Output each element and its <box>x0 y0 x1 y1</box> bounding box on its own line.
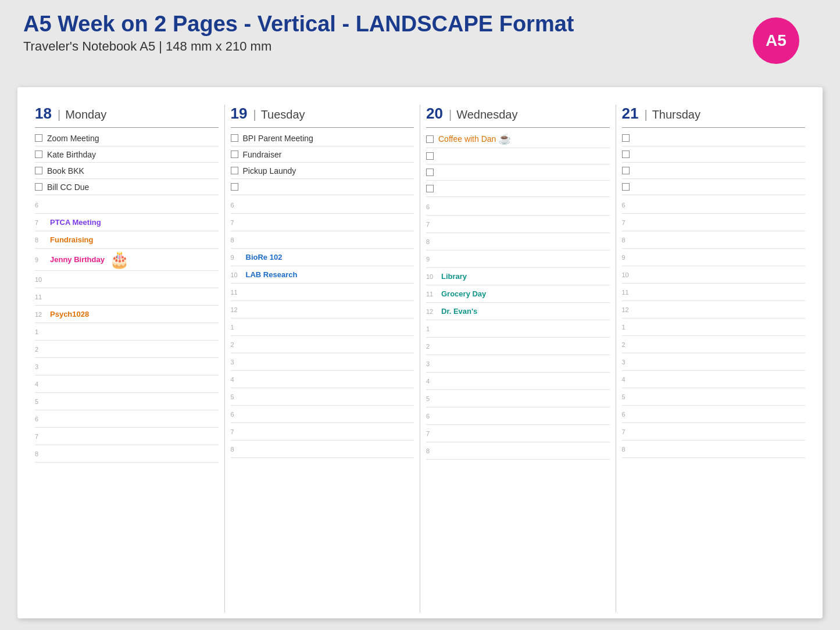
time-event-text: LAB Research <box>246 270 298 279</box>
time-row: 1 <box>35 323 219 341</box>
day-number: 21 <box>622 105 639 123</box>
time-label: 7 <box>35 433 47 440</box>
todo-row: Zoom Meeting <box>35 130 219 146</box>
time-row: 4 <box>426 373 610 390</box>
time-event-text: Jenny Birthday <box>50 255 105 264</box>
time-row: 5 <box>622 388 806 406</box>
time-label: 7 <box>231 428 242 435</box>
time-row: 5 <box>231 388 414 406</box>
time-label: 9 <box>622 254 634 261</box>
todo-checkbox[interactable] <box>35 183 42 191</box>
time-row: 11 <box>231 284 414 301</box>
page-subtitle: Traveler's Notebook A5 | 148 mm x 210 mm <box>23 39 817 54</box>
time-event-text: Grocery Day <box>441 289 486 298</box>
todo-checkbox[interactable] <box>35 151 42 158</box>
time-label: 12 <box>231 306 242 313</box>
todo-row <box>426 148 610 164</box>
time-label: 1 <box>231 324 242 331</box>
time-row: 8 <box>426 442 610 460</box>
day-name: Wednesday <box>456 108 517 121</box>
day-header-21: 21 | Thursday <box>622 105 806 128</box>
time-row: 2 <box>35 341 219 358</box>
time-row: 9 <box>426 250 610 268</box>
day-name: Thursday <box>652 108 700 121</box>
todo-text: Zoom Meeting <box>47 134 99 143</box>
todo-checkbox[interactable] <box>426 169 434 176</box>
todo-checkbox[interactable] <box>426 152 434 160</box>
time-label: 2 <box>426 343 438 350</box>
time-label: 6 <box>231 202 242 209</box>
todo-checkbox[interactable] <box>622 167 630 174</box>
todo-row <box>622 163 806 179</box>
todo-checkbox[interactable] <box>622 183 630 191</box>
todo-section: Coffee with Dan☕ <box>426 130 610 197</box>
time-label: 3 <box>231 359 242 366</box>
day-grid: 18 | Monday Zoom MeetingKate BirthdayBoo… <box>17 87 823 618</box>
todo-checkbox[interactable] <box>35 134 42 142</box>
time-row: 12Psych1028 <box>35 306 219 323</box>
time-row: 10LAB Research <box>231 266 414 284</box>
time-rows: 6789BioRe 10210LAB Research111212345678 <box>231 196 414 458</box>
time-row: 2 <box>622 336 806 353</box>
time-row: 9 <box>622 249 806 266</box>
coffee-emoji: ☕ <box>498 133 511 145</box>
time-event-text: Psych1028 <box>50 310 89 318</box>
day-number: 18 <box>35 105 52 123</box>
todo-row: Book BKK <box>35 163 219 179</box>
time-row: 2 <box>426 338 610 355</box>
time-row: 7 <box>622 214 806 231</box>
todo-text: BPI Parent Meeting <box>243 134 313 143</box>
header: A5 Week on 2 Pages - Vertical - LANDSCAP… <box>23 12 817 54</box>
todo-checkbox[interactable] <box>231 183 238 191</box>
time-row: 1 <box>231 318 414 336</box>
time-label: 11 <box>231 289 242 296</box>
todo-checkbox[interactable] <box>622 134 630 142</box>
todo-checkbox[interactable] <box>231 151 238 158</box>
todo-checkbox[interactable] <box>231 167 238 174</box>
day-col-20: 20 | Wednesday Coffee with Dan☕678910Lib… <box>420 105 616 613</box>
time-label: 5 <box>622 393 634 400</box>
todo-checkbox[interactable] <box>231 134 238 142</box>
time-label: 6 <box>35 416 47 423</box>
time-event-text: Dr. Evan's <box>441 307 477 316</box>
time-label: 11 <box>426 291 438 298</box>
time-label: 7 <box>35 219 47 226</box>
todo-checkbox[interactable] <box>426 185 434 192</box>
time-row: 11Grocery Day <box>426 285 610 303</box>
time-event-text: PTCA Meeting <box>50 218 101 227</box>
time-label: 4 <box>426 378 438 385</box>
day-name: Tuesday <box>261 108 305 121</box>
day-separator: | <box>449 108 452 121</box>
time-label: 8 <box>426 448 438 454</box>
day-separator: | <box>58 108 60 121</box>
time-row: 9BioRe 102 <box>231 249 414 266</box>
time-row: 7 <box>426 216 610 233</box>
time-row: 4 <box>231 371 414 388</box>
time-label: 8 <box>231 446 242 453</box>
time-label: 2 <box>622 341 634 348</box>
time-row: 6 <box>426 198 610 216</box>
time-row: 1 <box>622 318 806 336</box>
time-rows: 678910111212345678 <box>622 196 806 458</box>
todo-section: Zoom MeetingKate BirthdayBook BKKBill CC… <box>35 130 219 195</box>
day-col-21: 21 | Thursday 678910111212345678 <box>616 105 812 613</box>
time-label: 6 <box>622 202 634 209</box>
time-row: 7 <box>622 423 806 441</box>
time-row: 6 <box>622 406 806 423</box>
todo-checkbox[interactable] <box>35 167 42 174</box>
time-label: 1 <box>35 328 47 335</box>
time-label: 8 <box>622 446 634 453</box>
time-label: 2 <box>35 346 47 353</box>
todo-checkbox[interactable] <box>426 135 434 143</box>
day-number: 20 <box>426 105 443 123</box>
notebook-page: 18 | Monday Zoom MeetingKate BirthdayBoo… <box>17 87 823 618</box>
time-label: 9 <box>426 256 438 263</box>
time-label: 11 <box>35 293 47 300</box>
todo-checkbox[interactable] <box>622 151 630 158</box>
time-label: 9 <box>231 254 242 261</box>
time-label: 7 <box>426 221 438 228</box>
time-row: 5 <box>426 390 610 407</box>
time-row: 12 <box>231 301 414 318</box>
time-label: 6 <box>35 202 47 209</box>
day-header-18: 18 | Monday <box>35 105 219 128</box>
